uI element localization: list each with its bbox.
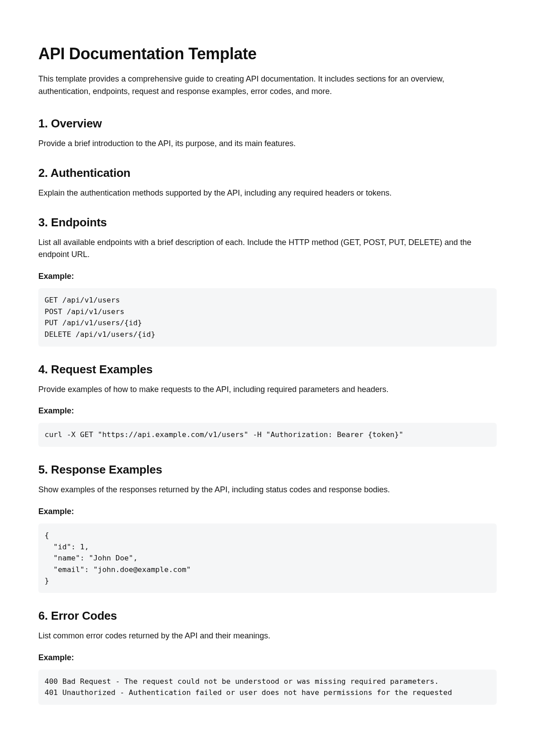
code-block-response: { "id": 1, "name": "John Doe", "email": … xyxy=(38,523,497,593)
heading-endpoints: 3. Endpoints xyxy=(38,216,497,229)
section-request-examples: 4. Request Examples Provide examples of … xyxy=(38,363,497,447)
intro-paragraph: This template provides a comprehensive g… xyxy=(38,73,497,98)
section-overview: 1. Overview Provide a brief introduction… xyxy=(38,117,497,150)
example-label-endpoints: Example: xyxy=(38,272,497,281)
example-label-errors: Example: xyxy=(38,653,497,662)
body-request-examples: Provide examples of how to make requests… xyxy=(38,384,497,396)
section-authentication: 2. Authentication Explain the authentica… xyxy=(38,166,497,200)
code-block-endpoints: GET /api/v1/users POST /api/v1/users PUT… xyxy=(38,288,497,346)
body-overview: Provide a brief introduction to the API,… xyxy=(38,138,497,150)
section-endpoints: 3. Endpoints List all available endpoint… xyxy=(38,216,497,347)
body-error-codes: List common error codes returned by the … xyxy=(38,630,497,642)
body-endpoints: List all available endpoints with a brie… xyxy=(38,237,497,262)
section-error-codes: 6. Error Codes List common error codes r… xyxy=(38,609,497,705)
example-label-response: Example: xyxy=(38,507,497,516)
section-response-examples: 5. Response Examples Show examples of th… xyxy=(38,463,497,593)
page-title: API Documentation Template xyxy=(38,45,497,63)
heading-overview: 1. Overview xyxy=(38,117,497,131)
body-response-examples: Show examples of the responses returned … xyxy=(38,484,497,496)
heading-error-codes: 6. Error Codes xyxy=(38,609,497,623)
heading-authentication: 2. Authentication xyxy=(38,166,497,180)
heading-response-examples: 5. Response Examples xyxy=(38,463,497,477)
code-block-request: curl -X GET "https://api.example.com/v1/… xyxy=(38,423,497,447)
example-label-request: Example: xyxy=(38,406,497,416)
body-authentication: Explain the authentication methods suppo… xyxy=(38,187,497,200)
heading-request-examples: 4. Request Examples xyxy=(38,363,497,376)
code-block-errors: 400 Bad Request - The request could not … xyxy=(38,670,497,705)
